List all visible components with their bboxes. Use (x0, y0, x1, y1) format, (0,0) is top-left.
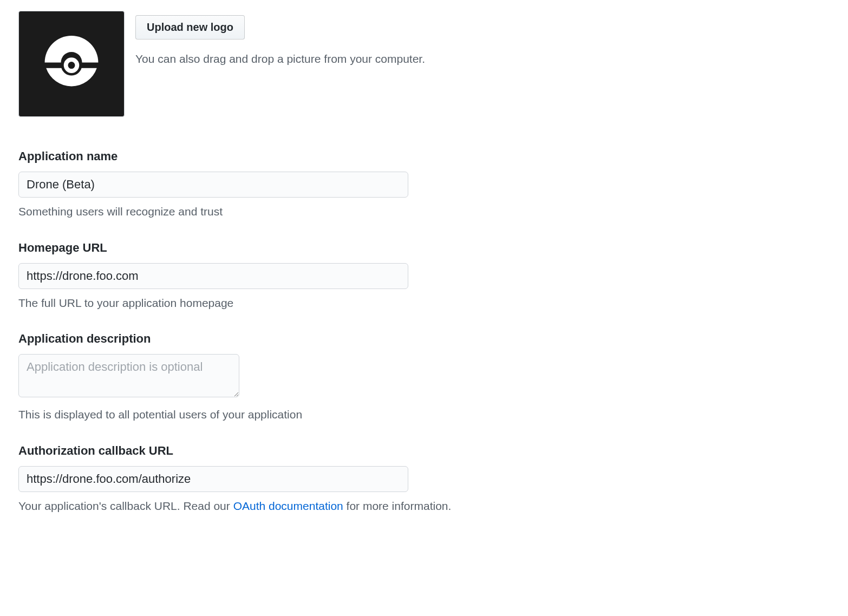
application-name-label: Application name (18, 147, 830, 165)
oauth-documentation-link[interactable]: OAuth documentation (233, 500, 343, 512)
logo-controls: Upload new logo You can also drag and dr… (135, 11, 425, 68)
callback-url-input[interactable] (18, 466, 408, 492)
logo-section: Upload new logo You can also drag and dr… (18, 11, 830, 117)
application-name-input[interactable] (18, 172, 408, 198)
homepage-url-input[interactable] (18, 263, 408, 289)
app-logo[interactable] (18, 11, 125, 117)
svg-point-0 (66, 60, 77, 71)
callback-url-help: Your application's callback URL. Read ou… (18, 497, 830, 515)
application-description-textarea[interactable] (18, 354, 239, 397)
application-description-help: This is displayed to all potential users… (18, 406, 830, 423)
application-description-group: Application description This is displaye… (18, 330, 830, 423)
callback-help-post: for more information. (343, 500, 452, 512)
application-name-group: Application name Something users will re… (18, 147, 830, 220)
drag-drop-hint: You can also drag and drop a picture fro… (135, 50, 425, 68)
drone-logo-icon (36, 29, 107, 99)
upload-logo-button[interactable]: Upload new logo (135, 15, 245, 40)
application-description-label: Application description (18, 330, 830, 348)
application-name-help: Something users will recognize and trust (18, 203, 830, 220)
callback-url-group: Authorization callback URL Your applicat… (18, 442, 830, 515)
callback-help-pre: Your application's callback URL. Read ou… (18, 500, 233, 512)
homepage-url-group: Homepage URL The full URL to your applic… (18, 239, 830, 312)
homepage-url-help: The full URL to your application homepag… (18, 294, 830, 312)
homepage-url-label: Homepage URL (18, 239, 830, 257)
callback-url-label: Authorization callback URL (18, 442, 830, 460)
